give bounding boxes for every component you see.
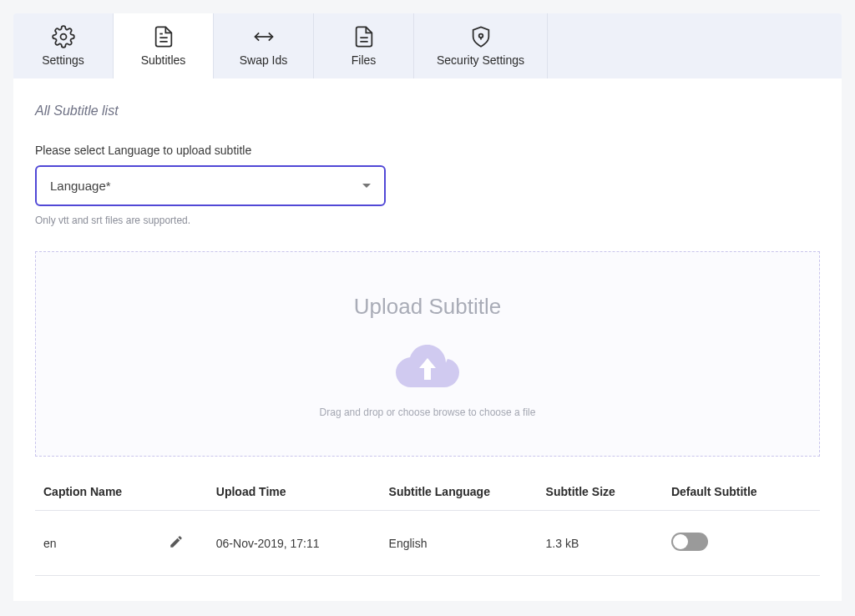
file-icon [352,25,376,48]
language-select[interactable]: Language* [35,165,386,206]
th-subtitle-size: Subtitle Size [538,473,663,511]
svg-point-0 [60,34,66,40]
edit-icon[interactable] [169,534,184,549]
upload-title: Upload Subtitle [36,294,819,320]
tab-subtitles[interactable]: Subtitles [114,13,214,78]
tab-settings[interactable]: Settings [13,13,114,78]
tab-label: Files [352,53,377,67]
tabs-nav: Settings Subtitles Swap Ids [13,13,842,78]
toggle-knob [673,534,688,549]
swap-icon [252,25,276,48]
shield-lock-icon [469,25,493,48]
cell-upload-time: 06-Nov-2019, 17:11 [208,511,381,576]
document-icon [152,25,175,48]
language-select-value: Language* [50,179,111,193]
tab-label: Swap Ids [240,53,288,67]
th-caption-name: Caption Name [35,473,160,511]
th-default-subtitle: Default Subtitle [663,473,820,511]
tab-label: Subtitles [141,53,186,67]
svg-point-7 [478,34,483,38]
subtitles-table: Caption Name Upload Time Subtitle Langua… [35,473,820,576]
cell-caption-name: en [35,511,160,576]
default-subtitle-toggle[interactable] [671,533,708,551]
cell-language: English [381,511,538,576]
chevron-down-icon [362,184,371,188]
cell-size: 1.3 kB [538,511,663,576]
th-upload-time: Upload Time [208,473,381,511]
content-panel: All Subtitle list Please select Language… [13,78,842,601]
language-field-label: Please select Language to upload subtitl… [35,144,820,157]
th-edit [160,473,207,511]
th-subtitle-language: Subtitle Language [381,473,538,511]
language-helper-text: Only vtt and srt files are supported. [35,215,820,226]
gear-icon [52,25,75,48]
tab-security-settings[interactable]: Security Settings [414,13,548,78]
upload-hint: Drag and drop or choose browse to choose… [36,406,819,418]
section-title: All Subtitle list [35,104,820,119]
upload-dropzone[interactable]: Upload Subtitle Drag and drop or choose … [35,251,820,457]
cloud-upload-icon [396,345,459,390]
tab-swap-ids[interactable]: Swap Ids [214,13,314,78]
table-row: en 06-Nov-2019, 17:11 English 1.3 kB [35,511,820,576]
tab-label: Security Settings [437,53,524,67]
tab-files[interactable]: Files [314,13,414,78]
tab-label: Settings [42,53,84,67]
